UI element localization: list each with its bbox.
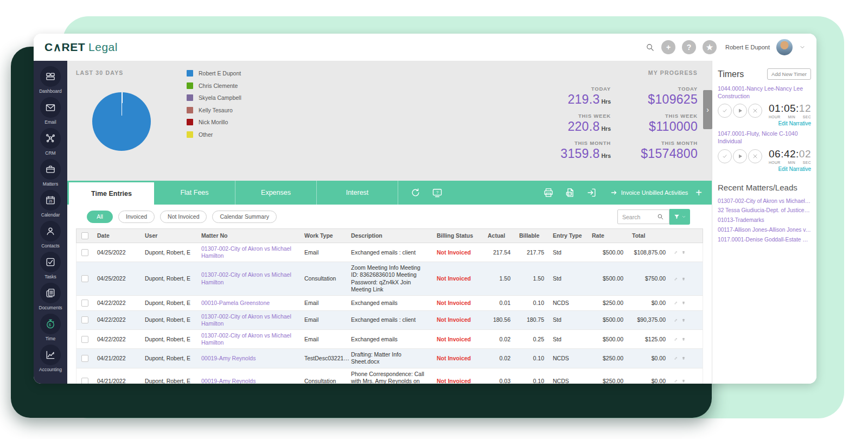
export-xls-icon[interactable]: XLS xyxy=(565,187,576,198)
column-header-billable[interactable]: Billable xyxy=(515,229,548,243)
timer-play-button[interactable] xyxy=(733,104,747,118)
search-icon[interactable] xyxy=(646,43,655,52)
sidebar-item-tasks[interactable]: Tasks xyxy=(40,252,61,279)
delete-icon[interactable] xyxy=(682,300,685,306)
column-header-date[interactable]: Date xyxy=(93,229,141,243)
favorites-button[interactable]: ★ xyxy=(703,40,717,54)
column-header-actual[interactable]: Actual xyxy=(483,229,515,243)
add-time-entry-button[interactable]: + xyxy=(695,187,702,198)
add-new-timer-button[interactable]: Add New Timer xyxy=(767,68,811,80)
timer-complete-button[interactable] xyxy=(718,149,732,163)
delete-icon[interactable] xyxy=(682,336,685,342)
sidebar-item-crm[interactable]: CRM xyxy=(40,128,61,156)
print-icon[interactable] xyxy=(543,187,554,198)
recent-matter-link[interactable]: 01307-002-City of Akron vs Michael Hamil… xyxy=(718,196,811,206)
recent-matter-link[interactable]: 32 Tessa Giudiucia-Dept. of Justice vs. … xyxy=(718,206,811,215)
timer-play-button[interactable] xyxy=(733,149,747,163)
timer-cancel-button[interactable] xyxy=(748,104,762,118)
delete-icon[interactable] xyxy=(682,355,685,361)
row-checkbox[interactable] xyxy=(81,336,88,343)
pill-invoiced[interactable]: Invoiced xyxy=(118,211,155,223)
row-actions xyxy=(670,247,694,258)
matter-link[interactable]: 01307-002-City of Akron vs Michael Hamil… xyxy=(201,313,291,327)
select-all-checkbox[interactable] xyxy=(81,232,88,239)
matter-link[interactable]: 00010-Pamela Greenstone xyxy=(201,300,270,306)
timer-matter-link[interactable]: 1047.0001-Fluty, Nicole C-1040 Individua… xyxy=(718,130,811,145)
sidebar-item-matters[interactable]: Matters xyxy=(40,159,61,187)
row-checkbox[interactable] xyxy=(81,300,88,307)
table-row[interactable]: 04/25/2022 Dupont, Robert, E 01307-002-C… xyxy=(76,262,703,296)
recent-matter-link[interactable]: 1017.0001-Denise Goddall-Estate of Goodd… xyxy=(718,235,811,245)
tab-flat-fees[interactable]: Flat Fees xyxy=(154,181,235,205)
row-checkbox[interactable] xyxy=(81,355,88,362)
chevron-down-icon[interactable] xyxy=(799,44,806,50)
delete-icon[interactable] xyxy=(682,317,685,323)
table-row[interactable]: 04/21/2022 Dupont, Robert, E 00019-Amy R… xyxy=(76,368,703,384)
edit-icon[interactable] xyxy=(674,378,678,384)
table-row[interactable]: 04/22/2022 Dupont, Robert, E 01307-002-C… xyxy=(76,311,703,330)
tab-time-entries[interactable]: Time Entries xyxy=(69,181,154,205)
column-header-rate[interactable]: Rate xyxy=(588,229,628,243)
matter-link[interactable]: 01307-002-City of Akron vs Michael Hamil… xyxy=(201,271,291,285)
pill-not-invoiced[interactable]: Not Invoiced xyxy=(160,211,207,223)
panel-collapse-handle[interactable]: › xyxy=(703,90,712,129)
tab-interest[interactable]: Interest xyxy=(317,181,398,205)
delete-icon[interactable] xyxy=(682,249,685,256)
table-row[interactable]: 04/22/2022 Dupont, Robert, E 01307-002-C… xyxy=(76,330,703,349)
edit-narrative-link[interactable]: Edit Narrative xyxy=(718,166,811,172)
matter-link[interactable]: 01307-002-City of Akron vs Michael Hamil… xyxy=(201,332,291,346)
invoice-unbilled-button[interactable]: Invoice Unbilled Activities xyxy=(610,189,688,196)
matter-link[interactable]: 00019-Amy Reynolds xyxy=(201,355,256,361)
refresh-icon[interactable] xyxy=(410,187,421,198)
delete-icon[interactable] xyxy=(682,276,685,282)
column-header-matter-no[interactable]: Matter No xyxy=(197,229,300,243)
edit-icon[interactable] xyxy=(674,276,678,282)
matter-link[interactable]: 00019-Amy Reynolds xyxy=(201,378,256,384)
row-checkbox[interactable] xyxy=(81,249,88,256)
column-header-description[interactable]: Description xyxy=(347,229,432,243)
timer-complete-button[interactable] xyxy=(718,104,732,118)
svg-text:$: $ xyxy=(49,322,52,327)
column-header-user[interactable]: User xyxy=(141,229,197,243)
tab-expenses[interactable]: Expenses xyxy=(235,181,317,205)
table-row[interactable]: 04/22/2022 Dupont, Robert, E 00010-Pamel… xyxy=(76,296,703,311)
keyboard-help-icon[interactable]: ? xyxy=(432,187,443,198)
edit-icon[interactable] xyxy=(674,317,678,323)
edit-icon[interactable] xyxy=(674,300,678,306)
edit-icon[interactable] xyxy=(674,249,678,256)
column-header-billing-status[interactable]: Billing Status xyxy=(432,229,483,243)
column-header-work-type[interactable]: Work Type xyxy=(300,229,347,243)
column-header-entry-type[interactable]: Entry Type xyxy=(548,229,588,243)
edit-icon[interactable] xyxy=(674,336,678,342)
row-checkbox[interactable] xyxy=(81,316,88,323)
sidebar-item-contacts[interactable]: Contacts xyxy=(40,221,61,249)
timer-cancel-button[interactable] xyxy=(748,149,762,163)
filter-button[interactable] xyxy=(669,209,690,225)
edit-narrative-link[interactable]: Edit Narrative xyxy=(718,120,811,126)
timer-matter-link[interactable]: 1044.0001-Nancy Lee-Nancy Lee Constructi… xyxy=(718,85,811,100)
search-input[interactable] xyxy=(618,214,657,220)
table-row[interactable]: 04/25/2022 Dupont, Robert, E 01307-002-C… xyxy=(76,243,703,262)
sidebar-item-time[interactable]: $ Time xyxy=(40,314,61,341)
delete-icon[interactable] xyxy=(682,378,685,384)
sidebar-item-accounting[interactable]: Accounting xyxy=(39,345,62,372)
recent-matter-link[interactable]: 01013-Trademarks xyxy=(718,215,811,225)
export-icon[interactable] xyxy=(586,187,597,198)
sidebar-item-dashboard[interactable]: Dashboard xyxy=(39,66,62,94)
table-row[interactable]: 04/21/2022 Dupont, Robert, E 00019-Amy R… xyxy=(76,349,703,368)
row-checkbox[interactable] xyxy=(81,378,88,384)
edit-icon[interactable] xyxy=(674,355,678,361)
add-button[interactable]: + xyxy=(661,40,675,54)
column-header-total[interactable]: Total xyxy=(628,229,670,243)
help-button[interactable]: ? xyxy=(682,40,696,54)
cell-description: Drafting: Matter Info Sheet.docx xyxy=(347,349,432,367)
sidebar-item-email[interactable]: Email xyxy=(40,97,61,125)
sidebar-item-documents[interactable]: Documents xyxy=(39,283,62,310)
matter-link[interactable]: 01307-002-City of Akron vs Michael Hamil… xyxy=(201,245,291,259)
pill-all[interactable]: All xyxy=(87,211,113,223)
row-checkbox[interactable] xyxy=(81,275,88,282)
avatar[interactable] xyxy=(776,39,793,55)
pill-calendar-summary[interactable]: Calendar Summary xyxy=(212,211,276,223)
recent-matter-link[interactable]: 00117-Allison Jones-Allison Jones v. Mel… xyxy=(718,225,811,235)
sidebar-item-calendar[interactable]: 25 Calendar xyxy=(40,190,61,218)
